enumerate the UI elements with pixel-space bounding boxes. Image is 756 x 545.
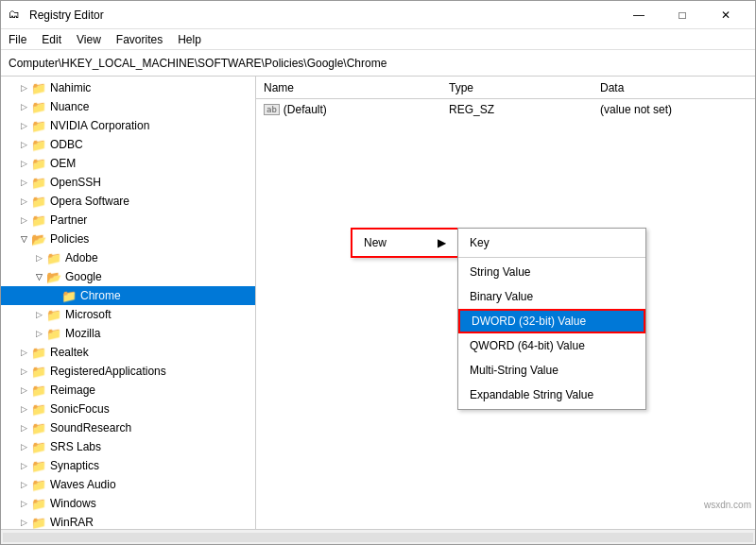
folder-icon-openssh: 📁 bbox=[31, 175, 46, 190]
folder-icon-odbc: 📁 bbox=[31, 137, 46, 152]
folder-icon-nvidia: 📁 bbox=[31, 118, 46, 133]
tree-item-realtek[interactable]: ▷ 📁 Realtek bbox=[1, 343, 255, 362]
tree-item-mozilla[interactable]: ▷ 📁 Mozilla bbox=[1, 324, 255, 343]
main-content: ▷ 📁 Nahimic ▷ 📁 Nuance ▷ 📁 NVIDIA Corpor… bbox=[1, 77, 755, 529]
expand-soundresearch[interactable]: ▷ bbox=[16, 420, 31, 435]
tree-item-waves[interactable]: ▷ 📁 Waves Audio bbox=[1, 475, 255, 494]
expand-synaptics[interactable]: ▷ bbox=[16, 458, 31, 473]
submenu-item-multistring[interactable]: Multi-String Value bbox=[458, 358, 645, 383]
expand-regapps[interactable]: ▷ bbox=[16, 364, 31, 379]
row-data: (value not set) bbox=[600, 103, 751, 116]
menu-view[interactable]: View bbox=[69, 29, 109, 49]
expand-oem[interactable]: ▷ bbox=[16, 156, 31, 171]
new-arrow-icon: ▶ bbox=[438, 236, 446, 249]
expand-google[interactable]: ▽ bbox=[31, 269, 46, 284]
tree-item-opera[interactable]: ▷ 📁 Opera Software bbox=[1, 192, 255, 211]
folder-icon-adobe: 📁 bbox=[46, 250, 61, 265]
tree-item-openssh[interactable]: ▷ 📁 OpenSSH bbox=[1, 173, 255, 192]
tree-item-microsoft[interactable]: ▷ 📁 Microsoft bbox=[1, 305, 255, 324]
submenu-item-dword[interactable]: DWORD (32-bit) Value bbox=[458, 309, 645, 333]
expand-odbc[interactable]: ▷ bbox=[16, 137, 31, 152]
tree-label-nahimic: Nahimic bbox=[50, 81, 91, 94]
expand-srslabs[interactable]: ▷ bbox=[16, 439, 31, 454]
expand-adobe[interactable]: ▷ bbox=[31, 250, 46, 265]
submenu-item-key[interactable]: Key bbox=[458, 230, 645, 255]
expand-waves[interactable]: ▷ bbox=[16, 477, 31, 492]
menu-file[interactable]: File bbox=[1, 29, 34, 49]
tree-item-nvidia[interactable]: ▷ 📁 NVIDIA Corporation bbox=[1, 116, 255, 135]
tree-item-reimage[interactable]: ▷ 📁 Reimage bbox=[1, 381, 255, 400]
folder-icon-synaptics: 📁 bbox=[31, 458, 46, 473]
expand-policies[interactable]: ▽ bbox=[16, 231, 31, 247]
address-text: Computer\HKEY_LOCAL_MACHINE\SOFTWARE\Pol… bbox=[9, 57, 387, 70]
expand-realtek[interactable]: ▷ bbox=[16, 345, 31, 360]
tree-item-oem[interactable]: ▷ 📁 OEM bbox=[1, 154, 255, 173]
address-bar: Computer\HKEY_LOCAL_MACHINE\SOFTWARE\Pol… bbox=[1, 50, 755, 77]
tree-item-nuance[interactable]: ▷ 📁 Nuance bbox=[1, 97, 255, 116]
folder-icon-mozilla: 📁 bbox=[46, 326, 61, 341]
folder-icon-opera: 📁 bbox=[31, 194, 46, 209]
expand-windows[interactable]: ▷ bbox=[16, 496, 31, 511]
submenu-item-qword[interactable]: QWORD (64-bit) Value bbox=[458, 333, 645, 358]
horizontal-scrollbar[interactable] bbox=[1, 529, 755, 544]
tree-label-srslabs: SRS Labs bbox=[50, 440, 101, 453]
submenu-item-expandable[interactable]: Expandable String Value bbox=[458, 383, 645, 407]
tree-item-soundresearch[interactable]: ▷ 📁 SoundResearch bbox=[1, 418, 255, 437]
menu-help[interactable]: Help bbox=[170, 29, 209, 49]
tree-item-google[interactable]: ▽ 📂 Google bbox=[1, 267, 255, 286]
expand-openssh[interactable]: ▷ bbox=[16, 175, 31, 190]
tree-item-chrome[interactable]: ▷ 📁 Chrome bbox=[1, 286, 255, 305]
expand-sonicfocus[interactable]: ▷ bbox=[16, 401, 31, 417]
tree-item-windows[interactable]: ▷ 📁 Windows bbox=[1, 494, 255, 513]
expand-nvidia[interactable]: ▷ bbox=[16, 118, 31, 133]
expand-opera[interactable]: ▷ bbox=[16, 194, 31, 209]
minimize-button[interactable]: — bbox=[617, 1, 661, 29]
expand-nahimic[interactable]: ▷ bbox=[16, 80, 31, 95]
col-header-data: Data bbox=[600, 81, 751, 94]
tree-item-synaptics[interactable]: ▷ 📁 Synaptics bbox=[1, 456, 255, 475]
maximize-button[interactable]: □ bbox=[661, 1, 704, 29]
folder-icon-srslabs: 📁 bbox=[31, 439, 46, 454]
close-button[interactable]: ✕ bbox=[704, 1, 747, 29]
tree-label-synaptics: Synaptics bbox=[50, 459, 99, 472]
tree-label-waves: Waves Audio bbox=[50, 478, 116, 491]
menu-edit[interactable]: Edit bbox=[34, 29, 69, 49]
expand-microsoft[interactable]: ▷ bbox=[31, 307, 46, 322]
expand-partner[interactable]: ▷ bbox=[16, 213, 31, 228]
tree-item-nahimic[interactable]: ▷ 📁 Nahimic bbox=[1, 78, 255, 97]
expand-mozilla[interactable]: ▷ bbox=[31, 326, 46, 341]
tree-label-nvidia: NVIDIA Corporation bbox=[50, 119, 149, 132]
tree-item-odbc[interactable]: ▷ 📁 ODBC bbox=[1, 135, 255, 154]
tree-label-windows: Windows bbox=[50, 497, 96, 510]
folder-icon-oem: 📁 bbox=[31, 156, 46, 171]
context-menu-overlay: New ▶ Key String Value Binary Value DWOR… bbox=[351, 228, 459, 258]
col-header-type: Type bbox=[449, 81, 600, 94]
expand-winrar[interactable]: ▷ bbox=[16, 515, 31, 529]
tree-item-winrar[interactable]: ▷ 📁 WinRAR bbox=[1, 513, 255, 529]
tree-label-realtek: Realtek bbox=[50, 346, 89, 359]
tree-item-regapps[interactable]: ▷ 📁 RegisteredApplications bbox=[1, 362, 255, 381]
tree-label-sonicfocus: SonicFocus bbox=[50, 402, 110, 416]
folder-icon-soundresearch: 📁 bbox=[31, 420, 46, 435]
expand-reimage[interactable]: ▷ bbox=[16, 383, 31, 398]
submenu-item-binary[interactable]: Binary Value bbox=[458, 284, 645, 309]
tree-item-partner[interactable]: ▷ 📁 Partner bbox=[1, 211, 255, 230]
reg-value-icon: ab bbox=[264, 104, 280, 115]
menu-bar: File Edit View Favorites Help bbox=[1, 29, 755, 50]
tree-item-srslabs[interactable]: ▷ 📁 SRS Labs bbox=[1, 437, 255, 456]
tree-panel[interactable]: ▷ 📁 Nahimic ▷ 📁 Nuance ▷ 📁 NVIDIA Corpor… bbox=[1, 77, 256, 529]
tree-label-chrome: Chrome bbox=[80, 289, 121, 302]
new-menu-item[interactable]: New ▶ bbox=[351, 228, 459, 258]
folder-icon-reimage: 📁 bbox=[31, 383, 46, 398]
menu-favorites[interactable]: Favorites bbox=[109, 29, 170, 49]
row-type: REG_SZ bbox=[449, 103, 600, 116]
table-row[interactable]: ab (Default) REG_SZ (value not set) bbox=[256, 99, 755, 120]
tree-item-policies[interactable]: ▽ 📂 Policies bbox=[1, 230, 255, 248]
folder-icon-microsoft: 📁 bbox=[46, 307, 61, 322]
expand-nuance[interactable]: ▷ bbox=[16, 99, 31, 114]
submenu-item-string[interactable]: String Value bbox=[458, 260, 645, 284]
folder-icon-regapps: 📁 bbox=[31, 364, 46, 379]
tree-item-adobe[interactable]: ▷ 📁 Adobe bbox=[1, 248, 255, 267]
submenu-divider-1 bbox=[458, 257, 645, 258]
tree-item-sonicfocus[interactable]: ▷ 📁 SonicFocus bbox=[1, 400, 255, 418]
